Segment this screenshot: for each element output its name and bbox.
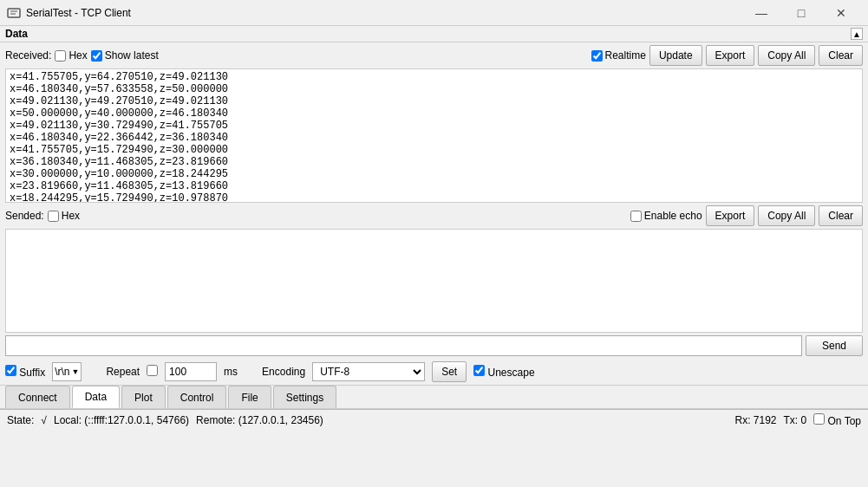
sent-export-button[interactable]: Export	[706, 205, 755, 226]
received-toolbar: Received: Hex Show latest Realtime Updat…	[0, 42, 868, 68]
received-clear-button[interactable]: Clear	[819, 45, 863, 66]
tab-data[interactable]: Data	[72, 386, 120, 408]
section-expand-button[interactable]: ▲	[851, 28, 863, 40]
realtime-label[interactable]: Realtime	[591, 49, 646, 62]
sent-label: Sended:	[5, 210, 44, 222]
repeat-input[interactable]	[165, 362, 217, 381]
hex-checkbox-label[interactable]: Hex	[55, 49, 87, 62]
send-input[interactable]	[5, 335, 802, 356]
received-label: Received:	[5, 49, 51, 62]
suffix-checkbox[interactable]	[5, 365, 16, 376]
received-hex-checkbox[interactable]	[55, 50, 66, 62]
state-value: √	[41, 414, 47, 426]
repeat-label: Repeat	[106, 366, 140, 378]
send-row: Send	[0, 333, 868, 359]
remote-info: Remote: (127.0.0.1, 23456)	[196, 414, 323, 426]
repeat-group: Repeat	[106, 366, 140, 378]
repeat-checkbox-label[interactable]	[147, 365, 158, 379]
suffix-group: Suffix	[5, 365, 45, 379]
sent-hex-checkbox[interactable]	[48, 211, 59, 222]
maximize-button[interactable]: □	[781, 0, 821, 26]
state-label: State:	[7, 414, 34, 426]
sent-copy-all-button[interactable]: Copy All	[758, 205, 815, 226]
sent-text-area[interactable]	[5, 229, 863, 333]
sent-toolbar: Sended: Hex Enable echo Export Copy All …	[0, 203, 868, 229]
sent-hex-label[interactable]: Hex	[48, 210, 80, 222]
tab-plot[interactable]: Plot	[121, 386, 166, 408]
local-info: Local: (::ffff:127.0.0.1, 54766)	[54, 414, 189, 426]
main-content: Data ▲ Received: Hex Show latest Realtim…	[0, 26, 868, 487]
repeat-unit: ms	[224, 366, 238, 378]
received-copy-all-button[interactable]: Copy All	[758, 45, 815, 66]
encoding-select[interactable]: UTF-8 ASCII UTF-16	[312, 362, 425, 381]
received-text-area[interactable]: x=41.755705,y=64.270510,z=49.021130 x=46…	[5, 68, 863, 203]
on-top-checkbox[interactable]	[813, 413, 825, 425]
svg-rect-0	[8, 9, 20, 17]
encoding-label: Encoding	[262, 366, 305, 378]
enable-echo-checkbox[interactable]	[630, 211, 642, 222]
encoding-set-button[interactable]: Set	[432, 361, 467, 382]
encoding-group: Encoding	[262, 366, 305, 378]
show-latest-label[interactable]: Show latest	[91, 49, 159, 62]
title-bar-controls: — □ ✕	[741, 0, 861, 26]
suffix-checkbox-label[interactable]: Suffix	[5, 365, 45, 379]
show-latest-checkbox[interactable]	[91, 50, 102, 62]
enable-echo-label[interactable]: Enable echo	[630, 210, 702, 222]
tab-settings[interactable]: Settings	[273, 386, 336, 408]
close-button[interactable]: ✕	[821, 0, 861, 26]
rx-count: Rx: 7192	[734, 414, 776, 426]
unescape-label[interactable]: Unescape	[473, 365, 534, 379]
options-row: Suffix \r\n ▼ Repeat ms Encoding UTF-8 A…	[0, 359, 868, 385]
repeat-checkbox[interactable]	[147, 365, 158, 376]
send-button[interactable]: Send	[806, 335, 863, 356]
unescape-checkbox[interactable]	[473, 365, 485, 376]
data-section-title: Data	[5, 28, 28, 40]
tab-file[interactable]: File	[228, 386, 271, 408]
title-bar: SerialTest - TCP Client — □ ✕	[0, 0, 868, 26]
realtime-checkbox[interactable]	[591, 50, 603, 62]
suffix-dropdown[interactable]: \r\n ▼	[52, 362, 82, 381]
app-icon	[7, 6, 21, 20]
chevron-down-icon: ▼	[71, 367, 79, 376]
tx-count: Tx: 0	[784, 414, 807, 426]
tab-bar: ConnectDataPlotControlFileSettings	[0, 385, 868, 409]
title-bar-text: SerialTest - TCP Client	[26, 7, 741, 19]
received-export-button[interactable]: Export	[706, 45, 755, 66]
tab-connect[interactable]: Connect	[5, 386, 70, 408]
sent-clear-button[interactable]: Clear	[819, 205, 863, 226]
data-section-header: Data ▲	[0, 26, 868, 42]
on-top-label[interactable]: On Top	[813, 413, 861, 427]
tab-control[interactable]: Control	[167, 386, 227, 408]
minimize-button[interactable]: —	[741, 0, 781, 26]
received-update-button[interactable]: Update	[649, 45, 702, 66]
status-bar: State: √ Local: (::ffff:127.0.0.1, 54766…	[0, 409, 868, 430]
